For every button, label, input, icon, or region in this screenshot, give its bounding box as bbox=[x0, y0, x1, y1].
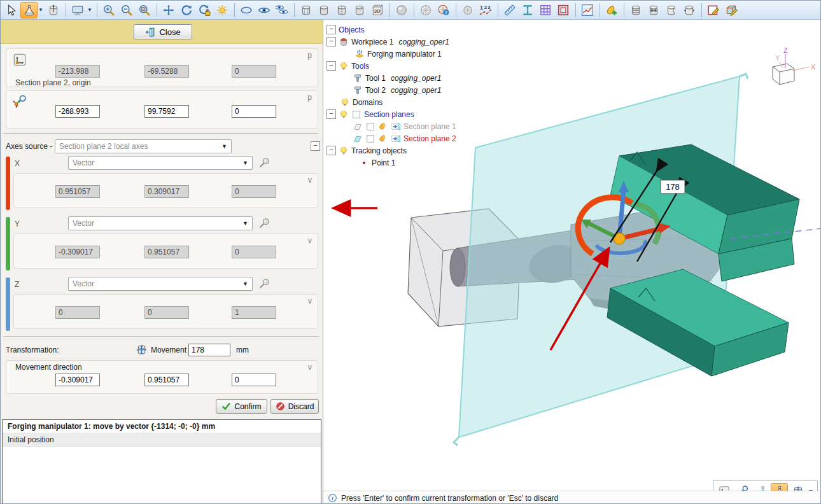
select-cursor-button[interactable] bbox=[3, 2, 20, 18]
viewport-3d[interactable]: 178 Z X Y −Objects−Workpiece 1cogging_op… bbox=[323, 20, 821, 504]
light-position-button[interactable] bbox=[214, 2, 231, 18]
cylinder-cut-button[interactable] bbox=[663, 2, 680, 18]
axis-x-field-2[interactable] bbox=[144, 185, 189, 198]
zoom-in-button[interactable] bbox=[101, 2, 118, 18]
tree-item-suffix[interactable]: cogging_oper1 bbox=[398, 38, 449, 46]
axis-z-field-3[interactable] bbox=[232, 306, 276, 319]
tree-item-label[interactable]: Tracking objects bbox=[351, 146, 407, 155]
axis-y-field-2[interactable] bbox=[144, 246, 189, 258]
axis-x-field-1[interactable] bbox=[55, 185, 100, 198]
tree-item-label[interactable]: Workpiece 1 bbox=[351, 38, 393, 46]
axis-z-field-1[interactable] bbox=[55, 306, 100, 319]
pin-icon[interactable] bbox=[258, 157, 270, 169]
axis-y-combobox[interactable]: Vector ▼ bbox=[68, 216, 253, 230]
movement-value-field[interactable] bbox=[188, 344, 230, 356]
tree-item-label[interactable]: Tool 1 bbox=[365, 74, 386, 83]
axis-x-field-3[interactable] bbox=[232, 185, 276, 198]
manipulator-tool-button[interactable] bbox=[20, 2, 38, 18]
tree-item-label[interactable]: Forging manipulator 1 bbox=[367, 50, 442, 59]
show-all-button[interactable] bbox=[274, 2, 291, 18]
origin-y-field[interactable] bbox=[144, 65, 189, 78]
direction-z-field[interactable] bbox=[232, 374, 276, 386]
hide-object-button[interactable] bbox=[238, 2, 255, 18]
display-monitor-button[interactable] bbox=[69, 2, 87, 18]
axis-z-combobox[interactable]: Vector ▼ bbox=[68, 277, 253, 291]
tree-expander[interactable]: − bbox=[326, 25, 336, 34]
tree-expander[interactable]: − bbox=[326, 109, 336, 119]
log-row[interactable]: Forging manipulator 1: move by vector {-… bbox=[3, 420, 321, 433]
rotate-locked-button[interactable] bbox=[196, 2, 213, 18]
axis-y-field-1[interactable] bbox=[55, 246, 100, 258]
tree-item-label[interactable]: Domains bbox=[353, 98, 382, 107]
svg-text:2: 2 bbox=[484, 4, 488, 10]
checkbox-icon[interactable] bbox=[351, 109, 361, 120]
quarter-section-button[interactable] bbox=[351, 2, 368, 18]
tree-item-suffix[interactable]: cogging_oper1 bbox=[391, 74, 441, 83]
point-z-field[interactable] bbox=[232, 105, 276, 118]
axis-z-field-2[interactable] bbox=[144, 306, 189, 319]
add-section-button[interactable] bbox=[603, 2, 621, 18]
rotate-view-button[interactable] bbox=[178, 2, 195, 18]
check-icon bbox=[221, 402, 231, 411]
point-x-field[interactable] bbox=[55, 105, 100, 118]
dropdown-arrow-icon[interactable]: ▼ bbox=[38, 7, 43, 13]
tree-item-label[interactable]: Section plane 2 bbox=[403, 134, 456, 143]
tree-item-label[interactable]: Objects bbox=[339, 25, 365, 34]
pin-icon[interactable] bbox=[258, 277, 270, 290]
toolbar-separator bbox=[66, 3, 66, 17]
pin-icon[interactable] bbox=[258, 217, 270, 230]
plane-handle[interactable] bbox=[454, 437, 459, 445]
mesh-view-button[interactable] bbox=[418, 2, 435, 18]
dropdown-arrow-icon[interactable]: ▼ bbox=[87, 7, 92, 13]
zoom-object-button[interactable] bbox=[136, 2, 153, 18]
frame-toggle-button[interactable] bbox=[555, 2, 572, 18]
edit-plane-button[interactable] bbox=[705, 2, 722, 18]
tree-item-label[interactable]: Section planes bbox=[364, 110, 414, 119]
direction-x-field[interactable] bbox=[55, 374, 100, 386]
discard-button[interactable]: Discard bbox=[270, 399, 319, 414]
tree-item-label[interactable]: Tools bbox=[351, 62, 369, 71]
ruler-measure-button[interactable] bbox=[502, 2, 519, 18]
cylinder-axis-tool-button[interactable] bbox=[45, 2, 62, 18]
plane-handle[interactable] bbox=[740, 74, 748, 79]
direction-y-field[interactable] bbox=[144, 374, 189, 386]
show-object-button[interactable] bbox=[256, 2, 273, 18]
tree-item-suffix[interactable]: cogging_oper1 bbox=[391, 86, 441, 95]
tree-expander[interactable]: − bbox=[326, 146, 336, 155]
edit-cube-button[interactable] bbox=[723, 2, 740, 18]
log-row[interactable]: Initial position bbox=[3, 433, 321, 447]
cylinder-rotate-button[interactable] bbox=[681, 2, 698, 18]
pan-view-button[interactable] bbox=[160, 2, 178, 18]
tree-item-label[interactable]: Section plane 1 bbox=[403, 122, 456, 131]
axes-source-combobox[interactable]: Section plane 2 local axes ▼ bbox=[55, 139, 232, 153]
transformation-log[interactable]: Forging manipulator 1: move by vector {-… bbox=[2, 419, 321, 504]
cylinder-layers-button[interactable] bbox=[628, 2, 645, 18]
grid-toggle-button[interactable] bbox=[537, 2, 554, 18]
checkbox-icon[interactable] bbox=[365, 134, 375, 144]
sphere-view-button[interactable] bbox=[393, 2, 410, 18]
checkbox-icon[interactable] bbox=[365, 122, 375, 132]
wireframe-cylinder-button[interactable] bbox=[298, 2, 315, 18]
axis-y-field-3[interactable] bbox=[232, 246, 276, 258]
chart-view-button[interactable] bbox=[579, 2, 596, 18]
distance-measure-button[interactable] bbox=[519, 2, 537, 18]
origin-z-field[interactable] bbox=[232, 65, 276, 78]
zoom-out-button[interactable] bbox=[118, 2, 136, 18]
collapse-axes-button[interactable]: − bbox=[311, 141, 320, 151]
tree-expander[interactable]: − bbox=[326, 61, 336, 71]
cylinder-inspect-button[interactable] bbox=[645, 2, 663, 18]
tree-item-label[interactable]: Point 1 bbox=[372, 158, 395, 167]
solid-cylinder-button[interactable] bbox=[316, 2, 333, 18]
point-y-field[interactable] bbox=[144, 105, 189, 118]
tree-item-label[interactable]: Tool 2 bbox=[365, 86, 386, 95]
mesh-compact-button[interactable] bbox=[460, 2, 477, 18]
view-3d-button[interactable]: 3D bbox=[369, 2, 386, 18]
axis-x-combobox[interactable]: Vector ▼ bbox=[68, 156, 253, 170]
point-numbers-button[interactable]: 123 bbox=[477, 2, 495, 18]
confirm-button[interactable]: Confirm bbox=[216, 399, 267, 414]
half-section-button[interactable] bbox=[333, 2, 351, 18]
tree-expander[interactable]: − bbox=[326, 37, 336, 46]
mesh-info-button[interactable]: i bbox=[435, 2, 453, 18]
close-button[interactable]: Close bbox=[134, 24, 192, 39]
origin-x-field[interactable] bbox=[55, 65, 100, 78]
